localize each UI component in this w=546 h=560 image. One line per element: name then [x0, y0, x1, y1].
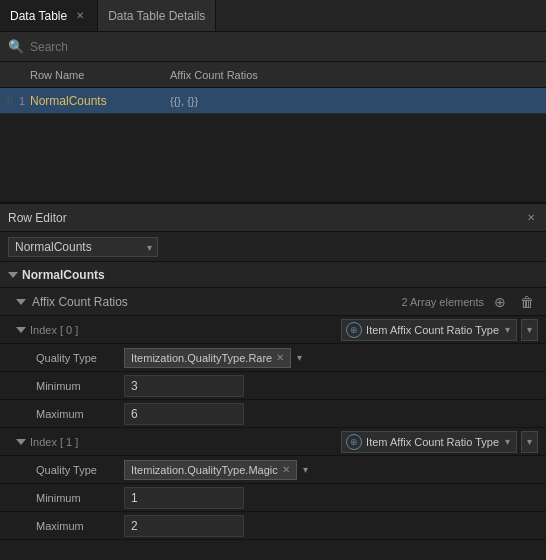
- index-1-row: Index [ 1 ] ⊕ Item Affix Count Ratio Typ…: [0, 428, 546, 456]
- td-affix-value: {{}, {}}: [170, 95, 546, 107]
- quality-type-remove-0[interactable]: ✕: [276, 352, 284, 363]
- index-1-minimum-row: Minimum: [0, 484, 546, 512]
- row-selector-dropdown[interactable]: NormalCounts: [8, 237, 158, 257]
- index-0-type-text: Item Affix Count Ratio Type: [366, 324, 499, 336]
- row-editor-close[interactable]: ✕: [524, 211, 538, 225]
- index-0-type-selector[interactable]: ⊕ Item Affix Count Ratio Type ▾: [341, 319, 517, 341]
- th-row-name: Row Name: [30, 69, 170, 81]
- row-editor-header: Row Editor ✕: [0, 202, 546, 232]
- tabs-bar: Data Table ✕ Data Table Details: [0, 0, 546, 32]
- search-icon: 🔍: [8, 39, 24, 54]
- index-1-maximum-row: Maximum: [0, 512, 546, 540]
- index-1-label: Index [ 1 ]: [30, 436, 337, 448]
- tab-data-table[interactable]: Data Table ✕: [0, 0, 98, 31]
- index-1-type-text: Item Affix Count Ratio Type: [366, 436, 499, 448]
- maximum-label-1: Maximum: [36, 520, 116, 532]
- quality-type-chip-1: Itemization.QualityType.Magic ✕: [124, 460, 297, 480]
- index-0-globe-icon: ⊕: [346, 322, 362, 338]
- index-1-expand-button[interactable]: ▾: [521, 431, 538, 453]
- table-header: Row Name Affix Count Ratios: [0, 62, 546, 88]
- minimum-value-0: [124, 375, 538, 397]
- search-input[interactable]: [30, 40, 538, 54]
- index-0-quality-type-row: Quality Type Itemization.QualityType.Rar…: [0, 344, 546, 372]
- maximum-input-1[interactable]: [124, 515, 244, 537]
- quality-type-label-0: Quality Type: [36, 352, 116, 364]
- quality-type-remove-1[interactable]: ✕: [282, 464, 290, 475]
- index-0-expand-icon: [16, 327, 26, 333]
- row-index: 1: [19, 95, 25, 107]
- affix-count-ratios-header: Affix Count Ratios 2 Array elements ⊕ 🗑: [0, 288, 546, 316]
- row-editor-title: Row Editor: [8, 211, 518, 225]
- affix-expand-icon: [16, 299, 26, 305]
- index-1-globe-icon: ⊕: [346, 434, 362, 450]
- index-1-type-chevron[interactable]: ▾: [503, 436, 512, 447]
- add-element-button[interactable]: ⊕: [490, 292, 510, 312]
- index-0-expand-button[interactable]: ▾: [521, 319, 538, 341]
- index-0-minimum-row: Minimum: [0, 372, 546, 400]
- minimum-label-0: Minimum: [36, 380, 116, 392]
- td-row-name: NormalCounts: [30, 94, 170, 108]
- maximum-label-0: Maximum: [36, 408, 116, 420]
- quality-type-dropdown-1[interactable]: ▾: [301, 464, 310, 475]
- section-expand-icon: [8, 272, 18, 278]
- tab-data-table-details-label: Data Table Details: [108, 9, 205, 23]
- index-1-type-selector[interactable]: ⊕ Item Affix Count Ratio Type ▾: [341, 431, 517, 453]
- index-1-quality-type-row: Quality Type Itemization.QualityType.Mag…: [0, 456, 546, 484]
- index-0-maximum-row: Maximum: [0, 400, 546, 428]
- td-row-num: ⠿ 1: [0, 95, 30, 107]
- table-area: Row Name Affix Count Ratios ⠿ 1 NormalCo…: [0, 62, 546, 202]
- table-row[interactable]: ⠿ 1 NormalCounts {{}, {}}: [0, 88, 546, 114]
- tab-data-table-label: Data Table: [10, 9, 67, 23]
- quality-type-label-1: Quality Type: [36, 464, 116, 476]
- th-affix-count-ratios: Affix Count Ratios: [170, 69, 546, 81]
- row-drag-handle: ⠿: [6, 95, 13, 106]
- quality-type-tag-text-1: Itemization.QualityType.Magic: [131, 464, 278, 476]
- maximum-value-0: [124, 403, 538, 425]
- tab-data-table-close[interactable]: ✕: [73, 9, 87, 23]
- search-bar: 🔍: [0, 32, 546, 62]
- quality-type-value-1: Itemization.QualityType.Magic ✕ ▾: [124, 460, 538, 480]
- minimum-value-1: [124, 487, 538, 509]
- index-0-label: Index [ 0 ]: [30, 324, 337, 336]
- quality-type-dropdown-0[interactable]: ▾: [295, 352, 304, 363]
- minimum-input-1[interactable]: [124, 487, 244, 509]
- affix-array-count: 2 Array elements: [401, 296, 484, 308]
- affix-title: Affix Count Ratios: [32, 295, 395, 309]
- row-selector-wrapper[interactable]: NormalCounts: [8, 237, 158, 257]
- index-0-type-chevron[interactable]: ▾: [503, 324, 512, 335]
- index-1-expand-icon: [16, 439, 26, 445]
- index-0-row: Index [ 0 ] ⊕ Item Affix Count Ratio Typ…: [0, 316, 546, 344]
- delete-element-button[interactable]: 🗑: [516, 292, 538, 312]
- tab-data-table-details[interactable]: Data Table Details: [98, 0, 216, 31]
- quality-type-value-0: Itemization.QualityType.Rare ✕ ▾: [124, 348, 538, 368]
- quality-type-tag-text-0: Itemization.QualityType.Rare: [131, 352, 272, 364]
- row-selector-row: NormalCounts: [0, 232, 546, 262]
- quality-type-chip-0: Itemization.QualityType.Rare ✕: [124, 348, 291, 368]
- maximum-input-0[interactable]: [124, 403, 244, 425]
- normal-counts-section[interactable]: NormalCounts: [0, 262, 546, 288]
- minimum-label-1: Minimum: [36, 492, 116, 504]
- minimum-input-0[interactable]: [124, 375, 244, 397]
- maximum-value-1: [124, 515, 538, 537]
- section-label-text: NormalCounts: [22, 268, 105, 282]
